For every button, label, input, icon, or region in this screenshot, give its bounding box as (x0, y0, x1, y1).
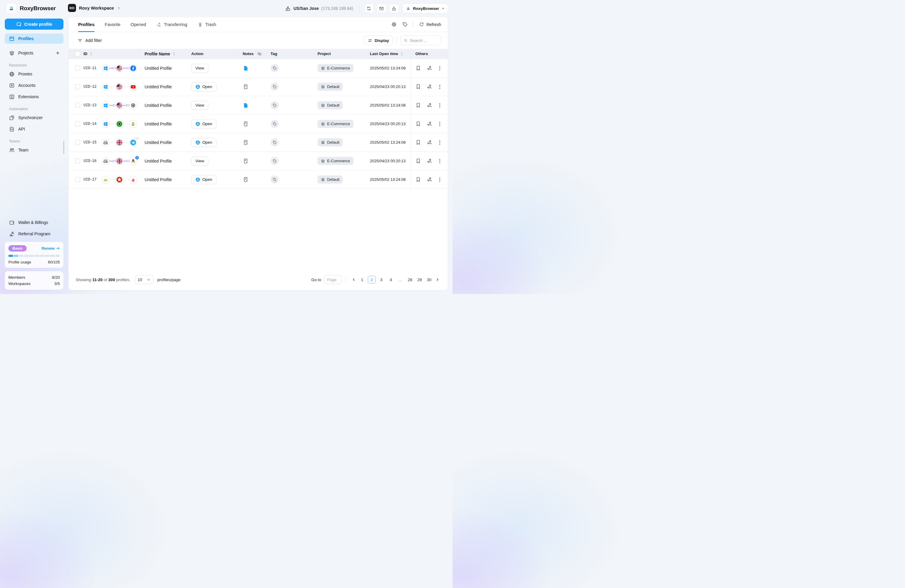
create-profile-button[interactable]: Create profile (5, 19, 64, 30)
bookmark-icon[interactable] (415, 158, 421, 164)
page-button-3[interactable]: 3 (377, 276, 385, 283)
page-button-1[interactable]: 1 (358, 276, 366, 283)
row-checkbox[interactable] (75, 158, 80, 164)
renew-link[interactable]: Renew (41, 246, 60, 251)
table-row[interactable]: UID-13 Untitled Profile View Default 202… (68, 96, 448, 114)
table-row[interactable]: UID-11 Untitled Profile View E-Commerce … (68, 59, 448, 78)
proxy-ip-indicator[interactable]: US/San Jose (173.249.199.84) (285, 5, 353, 11)
project-badge[interactable]: Default (318, 101, 343, 109)
transfer-profile-icon[interactable] (427, 140, 432, 145)
tab-profiles[interactable]: Profiles (78, 17, 95, 32)
project-badge[interactable]: Default (318, 138, 343, 146)
more-actions-icon[interactable] (438, 158, 441, 164)
sidebar-item-extensions[interactable]: Extensions (5, 92, 64, 102)
row-checkbox[interactable] (75, 65, 80, 71)
sort-icon[interactable] (173, 52, 175, 56)
add-note-icon[interactable] (243, 176, 249, 183)
table-row[interactable]: UID-14 Untitled Profile Open E-Commerce … (68, 114, 448, 133)
page-button-4[interactable]: 4 (387, 276, 395, 283)
add-note-icon[interactable] (243, 158, 249, 164)
sidebar-item-team[interactable]: Team (5, 145, 64, 155)
project-badge[interactable]: Default (318, 175, 343, 184)
sidebar-item-api[interactable]: API (5, 124, 64, 134)
open-button[interactable]: Open (191, 138, 216, 147)
table-row[interactable]: UID-16 macOS a Untitled Profile View E-C… (68, 152, 448, 170)
table-row[interactable]: UID-12 Untitled Profile Open Default 202… (68, 78, 448, 96)
page-size-select[interactable]: 10 (135, 275, 153, 284)
bookmark-icon[interactable] (415, 84, 421, 89)
tag-icon[interactable] (270, 157, 279, 165)
row-checkbox[interactable] (75, 177, 80, 182)
page-button-2-active[interactable]: 2 (368, 276, 376, 283)
sidebar-item-projects[interactable]: Projects (5, 48, 64, 58)
more-actions-icon[interactable] (438, 121, 441, 127)
sidebar-item-synchronizer[interactable]: Synchroinzer (5, 113, 64, 123)
tag-manager-icon[interactable] (402, 22, 408, 27)
tag-icon[interactable] (270, 101, 279, 109)
transfer-profile-icon[interactable] (427, 65, 432, 71)
tag-icon[interactable] (270, 138, 279, 146)
more-actions-icon[interactable] (438, 103, 441, 108)
transfer-profile-icon[interactable] (427, 84, 432, 89)
page-button-28[interactable]: 28 (406, 276, 414, 283)
bookmark-icon[interactable] (415, 65, 421, 71)
more-actions-icon[interactable] (438, 84, 441, 89)
prev-page-button[interactable] (350, 276, 357, 283)
row-checkbox[interactable] (75, 121, 80, 126)
add-note-icon[interactable] (243, 140, 249, 146)
add-note-icon[interactable] (243, 121, 249, 127)
bookmark-icon[interactable] (415, 140, 421, 145)
goto-page-input[interactable] (324, 275, 341, 284)
sidebar-item-profiles[interactable]: Profiles (5, 33, 64, 44)
project-badge[interactable]: E-Commerce (318, 64, 353, 72)
bookmark-icon[interactable] (415, 121, 421, 127)
sidebar-item-proxies[interactable]: Proxies (5, 69, 64, 79)
tag-icon[interactable] (270, 83, 279, 91)
view-button[interactable]: View (191, 64, 208, 73)
view-button[interactable]: View (191, 157, 208, 165)
sort-icon[interactable] (90, 52, 92, 56)
settings-gear-icon[interactable] (391, 22, 397, 27)
more-actions-icon[interactable] (438, 177, 441, 182)
tab-opened[interactable]: Opened (130, 17, 146, 32)
note-icon[interactable] (243, 102, 249, 108)
open-button[interactable]: Open (191, 119, 216, 129)
tab-favorite[interactable]: Favorite (105, 17, 120, 32)
open-button[interactable]: Open (191, 175, 216, 184)
page-button-30[interactable]: 30 (425, 276, 433, 283)
tab-transferring[interactable]: Transferring (156, 17, 187, 32)
row-checkbox[interactable] (75, 140, 80, 145)
transfer-profile-icon[interactable] (427, 176, 432, 182)
page-button-29[interactable]: 29 (416, 276, 424, 283)
more-actions-icon[interactable] (438, 65, 441, 71)
project-badge[interactable]: E-Commerce (318, 157, 353, 165)
tag-icon[interactable] (270, 120, 279, 128)
tag-icon[interactable] (270, 64, 279, 72)
project-badge[interactable]: E-Commerce (318, 120, 353, 128)
note-icon[interactable] (243, 65, 249, 71)
sync-button[interactable] (364, 3, 374, 13)
refresh-button[interactable]: Refresh (419, 22, 441, 27)
add-filter-button[interactable]: Add filter (78, 38, 102, 43)
mail-button[interactable] (377, 3, 386, 13)
tab-trash[interactable]: Trash (197, 17, 216, 32)
row-checkbox[interactable] (75, 84, 80, 89)
sidebar-item-accounts[interactable]: Accounts (5, 80, 64, 91)
transfer-profile-icon[interactable] (427, 121, 432, 127)
sidebar-item-wallet-billings[interactable]: Wallet & Billings (5, 217, 64, 227)
bookmark-icon[interactable] (415, 102, 421, 108)
bookmark-icon[interactable] (415, 176, 421, 182)
select-all-checkbox[interactable] (75, 51, 80, 56)
eye-off-icon[interactable] (257, 51, 262, 57)
display-button[interactable]: Display (364, 36, 393, 45)
table-row[interactable]: UID-15 macOS Untitled Profile Open Defau… (68, 133, 448, 152)
open-button[interactable]: Open (191, 82, 216, 91)
lock-button[interactable] (389, 3, 399, 13)
workspace-switcher[interactable]: RO Roxy Workspace (68, 4, 121, 12)
more-actions-icon[interactable] (438, 140, 441, 145)
table-row[interactable]: UID-17 Untitled Profile Open Default 202… (68, 170, 448, 189)
transfer-profile-icon[interactable] (427, 102, 432, 108)
transfer-profile-icon[interactable] (427, 158, 432, 164)
sidebar-scrollbar[interactable] (63, 141, 64, 154)
view-button[interactable]: View (191, 101, 208, 110)
